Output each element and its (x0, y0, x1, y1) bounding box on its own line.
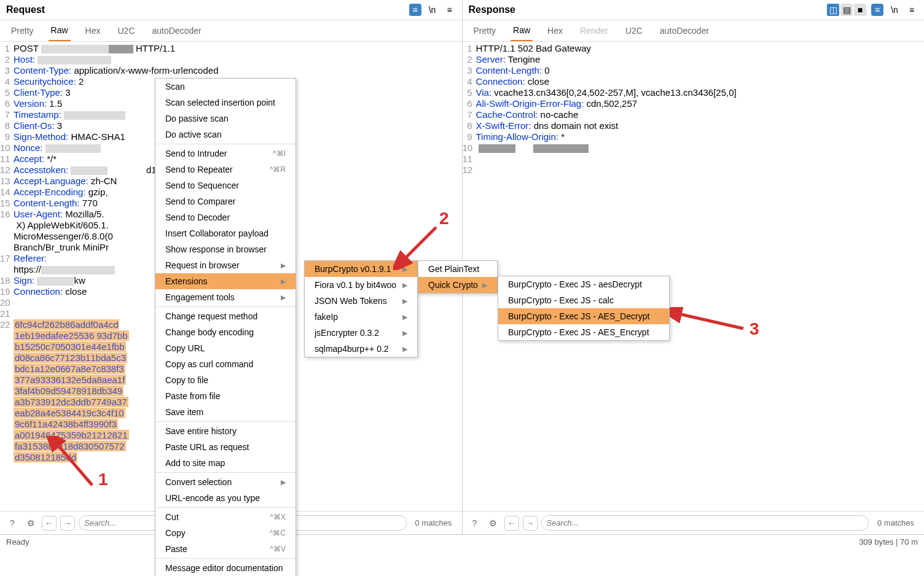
menu-item[interactable]: Quick Crypto▶ (418, 277, 497, 293)
response-panel: Response ◫ ▤ ■ ≡ \n ≡ PrettyRawHexRender… (463, 0, 925, 534)
request-title: Request (6, 4, 45, 15)
menu-item[interactable]: Get PlainText (418, 261, 497, 277)
forward-icon[interactable]: → (523, 516, 538, 531)
menu-item[interactable]: Paste^⌘V (155, 541, 296, 557)
newline-icon[interactable]: \n (426, 4, 439, 16)
tab-render[interactable]: Render (578, 21, 611, 41)
menu-item[interactable]: Paste URL as request (155, 439, 296, 455)
help-icon[interactable]: ? (5, 516, 20, 531)
menu-item[interactable]: JSON Web Tokens▶ (305, 293, 417, 309)
view-toggle: ◫ ▤ ■ (827, 4, 866, 16)
menu-item[interactable]: Change body encoding (155, 324, 296, 340)
code-line: 11 (463, 154, 925, 165)
submenu-burpcrypto[interactable]: Get PlainTextQuick Crypto▶ (418, 260, 498, 294)
submenu-extensions[interactable]: BurpCrypto v0.1.9.1▶Fiora v0.1 by bit4wo… (304, 260, 418, 357)
forward-icon[interactable]: → (60, 516, 75, 531)
context-menu[interactable]: ScanScan selected insertion pointDo pass… (155, 78, 296, 576)
menu-item[interactable]: Change request method (155, 308, 296, 324)
menu-item[interactable]: Cut^⌘X (155, 509, 296, 525)
menu-item[interactable]: Copy as curl command (155, 356, 296, 372)
menu-item[interactable]: Fiora v0.1 by bit4woo▶ (305, 277, 417, 293)
tab-pretty[interactable]: Pretty (9, 21, 36, 41)
code-line: 4Connection: close (463, 76, 925, 87)
menu-item[interactable]: URL-encode as you type (155, 490, 296, 506)
menu-item[interactable]: jsEncrypter 0.3.2▶ (305, 325, 417, 341)
request-matches: 0 matches (410, 518, 457, 527)
format-icon[interactable]: ≡ (871, 4, 883, 16)
tab-raw[interactable]: Raw (49, 20, 71, 41)
menu-item[interactable]: Message editor documentation (155, 560, 296, 576)
request-tabs: PrettyRawHexU2CautoDecoder (0, 20, 462, 42)
tab-pretty[interactable]: Pretty (471, 21, 499, 41)
menu-item[interactable]: Send to Sequencer (155, 177, 296, 193)
menu-item[interactable]: BurpCrypto - Exec JS - aesDecrypt (498, 276, 669, 292)
response-search-input[interactable] (541, 515, 869, 531)
response-title: Response (469, 4, 515, 15)
code-line: 9Timing-Allow-Origin: * (463, 131, 925, 142)
response-matches: 0 matches (872, 518, 919, 527)
tab-raw[interactable]: Raw (511, 20, 533, 41)
code-line: 8X-Swift-Error: dns domain not exist (463, 120, 925, 131)
code-line: 2Server: Tengine (463, 54, 925, 65)
submenu-quickcrypto[interactable]: BurpCrypto - Exec JS - aesDecryptBurpCry… (498, 276, 670, 341)
tab-u2c[interactable]: U2C (116, 21, 138, 41)
back-icon[interactable]: ← (504, 516, 519, 531)
menu-item[interactable]: Send to Repeater^⌘R (155, 162, 296, 177)
menu-item[interactable]: Copy to file (155, 372, 296, 388)
menu-item[interactable]: Scan selected insertion point (155, 95, 296, 111)
tab-autodecoder[interactable]: autoDecoder (150, 21, 204, 41)
gear-icon[interactable]: ⚙ (23, 516, 38, 531)
menu-item[interactable]: Copy^⌘C (155, 525, 296, 541)
code-line: 7Cache-Control: no-cache (463, 109, 925, 120)
menu-item[interactable]: fakeIp▶ (305, 309, 417, 325)
code-line: 3Content-Type: application/x-www-form-ur… (0, 65, 462, 76)
tab-u2c[interactable]: U2C (623, 21, 645, 41)
code-line: 12 (463, 165, 925, 176)
menu-item[interactable]: Do passive scan (155, 111, 296, 126)
menu-item[interactable]: Insert Collaborator payload (155, 225, 296, 241)
tab-hex[interactable]: Hex (545, 21, 565, 41)
menu-item[interactable]: Engagement tools▶ (155, 289, 296, 305)
menu-item[interactable]: Copy URL (155, 340, 296, 356)
code-line: 1POST HTTP/1.1 (0, 43, 462, 54)
code-line: 1HTTP/1.1 502 Bad Gateway (463, 43, 925, 54)
newline-icon[interactable]: \n (888, 4, 901, 16)
single-view-icon[interactable]: ■ (854, 4, 866, 16)
menu-item[interactable]: Do active scan (155, 126, 296, 142)
help-icon[interactable]: ? (468, 516, 482, 531)
format-icon[interactable]: ≡ (409, 4, 421, 16)
back-icon[interactable]: ← (42, 516, 57, 531)
code-line: 6Ali-Swift-Origin-Error-Flag: cdn,502,25… (463, 98, 925, 109)
menu-item[interactable]: Show response in browser (155, 241, 296, 257)
stacked-view-icon[interactable]: ▤ (840, 4, 853, 16)
status-right: 309 bytes | 70 m (859, 537, 918, 547)
hamburger-icon[interactable]: ≡ (906, 4, 918, 16)
menu-item[interactable]: Add to site map (155, 455, 296, 471)
menu-item[interactable]: Send to Decoder (155, 209, 296, 225)
menu-item[interactable]: Request in browser▶ (155, 257, 296, 273)
menu-item[interactable]: BurpCrypto v0.1.9.1▶ (305, 261, 417, 277)
menu-item[interactable]: sqlmap4burp++ 0.2▶ (305, 341, 417, 357)
menu-item[interactable]: Save entire history (155, 423, 296, 439)
menu-item[interactable]: BurpCrypto - Exec JS - AES_Decrypt (498, 308, 669, 324)
tab-hex[interactable]: Hex (83, 21, 103, 41)
code-line: 10 (463, 142, 925, 154)
hamburger-icon[interactable]: ≡ (444, 4, 456, 16)
menu-item[interactable]: Extensions▶ (155, 273, 296, 289)
response-tabs: PrettyRawHexRenderU2CautoDecoder (463, 20, 925, 42)
tab-autodecoder[interactable]: autoDecoder (657, 21, 711, 41)
menu-item[interactable]: Scan (155, 79, 296, 95)
code-line: 3Content-Length: 0 (463, 65, 925, 76)
menu-item[interactable]: Paste from file (155, 388, 296, 404)
status-bar: Ready 309 bytes | 70 m (0, 534, 924, 549)
menu-item[interactable]: Convert selection▶ (155, 474, 296, 490)
menu-item[interactable]: Save item (155, 404, 296, 420)
status-left: Ready (6, 537, 29, 547)
code-line: 5Via: vcache13.cn3436[0,24,502-257,M], v… (463, 87, 925, 98)
menu-item[interactable]: BurpCrypto - Exec JS - AES_Encrypt (498, 324, 669, 340)
menu-item[interactable]: Send to Intruder^⌘I (155, 146, 296, 162)
menu-item[interactable]: BurpCrypto - Exec JS - calc (498, 292, 669, 308)
split-view-icon[interactable]: ◫ (827, 4, 839, 16)
gear-icon[interactable]: ⚙ (486, 516, 501, 531)
menu-item[interactable]: Send to Comparer (155, 193, 296, 209)
